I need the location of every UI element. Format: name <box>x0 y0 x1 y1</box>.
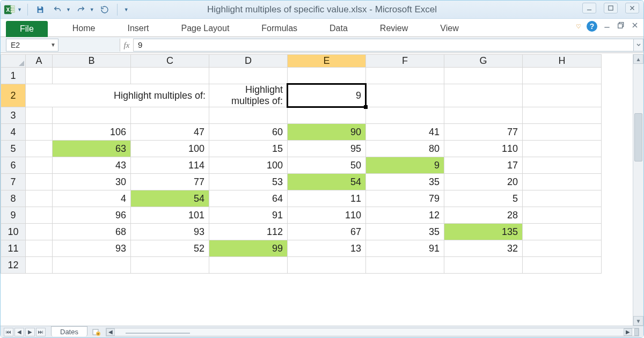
cell-D5[interactable]: 15 <box>209 141 288 157</box>
hscroll-right[interactable]: ▶ <box>624 328 632 336</box>
cell-F5[interactable]: 80 <box>366 141 444 157</box>
cell-H7[interactable] <box>523 174 602 190</box>
column-header-E[interactable]: E <box>288 55 366 68</box>
cell-B3[interactable] <box>53 107 131 124</box>
select-all-corner[interactable] <box>1 55 26 68</box>
cell-E1[interactable] <box>288 68 366 84</box>
cell-C8[interactable]: 54 <box>131 190 209 207</box>
row-header-5[interactable]: 5 <box>1 141 26 157</box>
cell-C11[interactable]: 52 <box>131 240 209 257</box>
cell-H11[interactable] <box>523 240 602 257</box>
cell-F10[interactable]: 35 <box>366 224 444 240</box>
tab-data[interactable]: Data <box>321 20 356 36</box>
cell-B10[interactable]: 68 <box>53 224 131 240</box>
cell-G5[interactable]: 110 <box>444 141 523 157</box>
cell-B12[interactable] <box>53 257 131 274</box>
cell-D2[interactable]: Highlight multiples of: <box>209 84 288 107</box>
cell-B6[interactable]: 43 <box>53 157 131 174</box>
cell-G11[interactable]: 32 <box>444 240 523 257</box>
repeat-button[interactable] <box>98 3 112 16</box>
row-header-7[interactable]: 7 <box>1 174 26 190</box>
cell-H12[interactable] <box>523 257 602 274</box>
cell-B5[interactable]: 63 <box>53 141 131 157</box>
maximize-button[interactable] <box>604 3 618 13</box>
ribbon-heart-icon[interactable]: ♡ <box>576 23 581 30</box>
row-header-8[interactable]: 8 <box>1 190 26 207</box>
tab-page-layout[interactable]: Page Layout <box>172 20 238 36</box>
cell-H6[interactable] <box>523 157 602 174</box>
cell-G1[interactable] <box>444 68 523 84</box>
close-button[interactable] <box>625 3 639 13</box>
file-tab[interactable]: File <box>6 21 48 37</box>
cell-B8[interactable]: 4 <box>53 190 131 207</box>
cell-C9[interactable]: 101 <box>131 207 209 224</box>
sheet-nav-first[interactable]: ⏮ <box>4 328 13 336</box>
ribbon-minimize-button[interactable] <box>603 21 611 32</box>
cell-F12[interactable] <box>366 257 444 274</box>
cell-E10[interactable]: 67 <box>288 224 366 240</box>
cell-E12[interactable] <box>288 257 366 274</box>
cell-C7[interactable]: 77 <box>131 174 209 190</box>
cell-F6[interactable]: 9 <box>366 157 444 174</box>
spreadsheet-grid[interactable]: ABCDEFGH12Highlight multiples of:Highlig… <box>1 54 602 274</box>
cell-C10[interactable]: 93 <box>131 224 209 240</box>
cell-A5[interactable] <box>26 141 53 157</box>
scroll-up-button[interactable]: ▲ <box>633 54 643 64</box>
cell-E2[interactable]: 9 <box>288 84 366 107</box>
hscroll-split[interactable] <box>634 328 639 336</box>
cell-G3[interactable] <box>444 107 523 124</box>
formula-input[interactable]: 9 <box>134 39 634 52</box>
cell-C1[interactable] <box>131 68 209 84</box>
cell-E6[interactable]: 50 <box>288 157 366 174</box>
column-header-F[interactable]: F <box>366 55 444 68</box>
qat-customize-caret[interactable]: ▼ <box>124 7 129 12</box>
vertical-scrollbar[interactable]: ▲ ▼ <box>633 54 643 326</box>
cell-B1[interactable] <box>53 68 131 84</box>
cell-F9[interactable]: 12 <box>366 207 444 224</box>
cell-F11[interactable]: 91 <box>366 240 444 257</box>
cell-F8[interactable]: 79 <box>366 190 444 207</box>
minimize-button[interactable] <box>582 3 596 13</box>
cell-H4[interactable] <box>523 124 602 141</box>
cell-G2[interactable] <box>444 84 523 107</box>
cell-D9[interactable]: 91 <box>209 207 288 224</box>
cell-A6[interactable] <box>26 157 53 174</box>
cell-D7[interactable]: 53 <box>209 174 288 190</box>
cell-E8[interactable]: 11 <box>288 190 366 207</box>
workbook-restore-button[interactable] <box>617 21 625 32</box>
row-header-11[interactable]: 11 <box>1 240 26 257</box>
insert-sheet-button[interactable]: ✶ <box>92 328 101 336</box>
cell-E7[interactable]: 54 <box>288 174 366 190</box>
row-header-1[interactable]: 1 <box>1 68 26 84</box>
column-header-H[interactable]: H <box>523 55 602 68</box>
qat-app-caret[interactable]: ▼ <box>17 7 22 12</box>
cell-A11[interactable] <box>26 240 53 257</box>
cell-A8[interactable] <box>26 190 53 207</box>
cell-A1[interactable] <box>26 68 53 84</box>
cell-D10[interactable]: 112 <box>209 224 288 240</box>
cell-H8[interactable] <box>523 190 602 207</box>
tab-formulas[interactable]: Formulas <box>253 20 306 36</box>
cell-B7[interactable]: 30 <box>53 174 131 190</box>
row-header-12[interactable]: 12 <box>1 257 26 274</box>
cell-D3[interactable] <box>209 107 288 124</box>
tab-insert[interactable]: Insert <box>119 20 157 36</box>
tab-view[interactable]: View <box>431 20 467 36</box>
tab-review[interactable]: Review <box>371 20 416 36</box>
cell-G10[interactable]: 135 <box>444 224 523 240</box>
cell-H3[interactable] <box>523 107 602 124</box>
column-header-D[interactable]: D <box>209 55 288 68</box>
cell-B9[interactable]: 96 <box>53 207 131 224</box>
scroll-thumb[interactable] <box>634 113 642 161</box>
cell-A3[interactable] <box>26 107 53 124</box>
cell-E9[interactable]: 110 <box>288 207 366 224</box>
cell-G7[interactable]: 20 <box>444 174 523 190</box>
name-box-caret[interactable]: ▼ <box>50 42 56 48</box>
undo-button[interactable] <box>50 3 64 16</box>
cell-C5[interactable]: 100 <box>131 141 209 157</box>
cell-G12[interactable] <box>444 257 523 274</box>
column-header-B[interactable]: B <box>53 55 131 68</box>
undo-caret[interactable]: ▼ <box>66 7 71 12</box>
cell-G6[interactable]: 17 <box>444 157 523 174</box>
cell-D4[interactable]: 60 <box>209 124 288 141</box>
